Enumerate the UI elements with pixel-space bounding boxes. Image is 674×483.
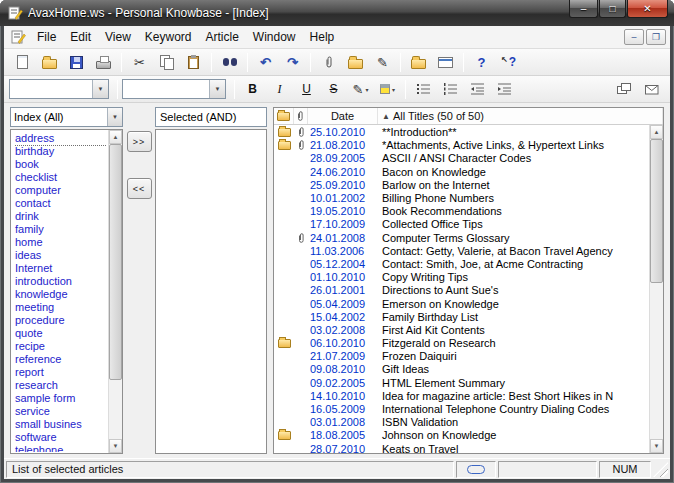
keyword-item[interactable]: book	[14, 158, 107, 171]
titles-column-header[interactable]: ▲ All Titles (50 of 50)	[378, 108, 663, 124]
keyword-item[interactable]: meeting	[14, 301, 107, 314]
keyword-item[interactable]: introduction	[14, 275, 107, 288]
table-row[interactable]: 01.10.2010Copy Writing Tips	[274, 271, 649, 284]
table-row[interactable]: 14.10.2010Idea for magazine article: Bes…	[274, 390, 649, 403]
index-filter-dropdown[interactable]: Index (All) ▼	[10, 107, 123, 127]
keyword-item[interactable]: telephone	[14, 444, 107, 452]
undo-button[interactable]: ↶	[253, 51, 278, 73]
keyword-item[interactable]: small busines	[14, 418, 107, 431]
table-row[interactable]: 24.01.2008Computer Terms Glossary	[274, 232, 649, 245]
keyword-item[interactable]: recipe	[14, 340, 107, 353]
font-combo[interactable]: ▼	[9, 79, 109, 99]
table-row[interactable]: 26.01.2001Directions to Aunt Sue's	[274, 284, 649, 297]
child-minimize-button[interactable]: –	[624, 29, 644, 45]
table-row[interactable]: 09.02.2005HTML Element Summary	[274, 377, 649, 390]
find-button[interactable]	[217, 51, 242, 73]
resize-grip[interactable]	[653, 462, 668, 477]
menu-item[interactable]: Help	[303, 28, 342, 46]
paste-button[interactable]	[181, 51, 206, 73]
menu-item[interactable]: File	[30, 28, 63, 46]
scroll-down-button[interactable]: ▼	[650, 439, 663, 453]
chevron-down-icon[interactable]: ▼	[209, 80, 225, 98]
articles-scrollbar[interactable]: ▲ ▼	[649, 125, 663, 453]
table-row[interactable]: 25.09.2010Barlow on the Internet	[274, 179, 649, 192]
print-button[interactable]	[91, 51, 116, 73]
context-help-button[interactable]: ↖ ?	[496, 51, 521, 73]
table-row[interactable]: 10.01.2002Billing Phone Numbers	[274, 192, 649, 205]
date-column-header[interactable]: Date	[308, 108, 378, 124]
menu-item[interactable]: Keyword	[138, 28, 199, 46]
keyword-item[interactable]: knowledge	[14, 288, 107, 301]
italic-button[interactable]: I	[267, 78, 292, 100]
keyword-item[interactable]: service	[14, 405, 107, 418]
keyword-item[interactable]: computer	[14, 184, 107, 197]
index-card-button[interactable]	[433, 51, 458, 73]
menu-item[interactable]: View	[98, 28, 138, 46]
minimize-button[interactable]: –	[569, 0, 598, 18]
keyword-item[interactable]: reference	[14, 353, 107, 366]
keyword-item[interactable]: home	[14, 236, 107, 249]
attachment-column-header[interactable]	[294, 108, 308, 124]
keyword-item[interactable]: contact	[14, 197, 107, 210]
table-row[interactable]: 28.07.2010Keats on Travel	[274, 443, 649, 454]
file-into-folder-button[interactable]	[343, 51, 368, 73]
remove-keyword-button[interactable]: <<	[127, 178, 152, 199]
scrollbar-track[interactable]	[109, 144, 122, 439]
add-keyword-button[interactable]: >>	[127, 131, 152, 152]
highlight-color-button[interactable]: ▾	[375, 78, 400, 100]
copy-button[interactable]	[154, 51, 179, 73]
table-row[interactable]: 11.03.2006Contact: Getty, Valerie, at Ba…	[274, 245, 649, 258]
save-button[interactable]	[64, 51, 89, 73]
keyword-scrollbar[interactable]: ▲ ▼	[108, 130, 122, 453]
selected-keywords-header[interactable]: Selected (AND)	[155, 107, 267, 127]
keyword-item[interactable]: family	[14, 223, 107, 236]
table-row[interactable]: 06.10.2010Fitzgerald on Research	[274, 337, 649, 350]
scroll-down-button[interactable]: ▼	[109, 439, 122, 453]
keyword-item[interactable]: address	[14, 132, 107, 145]
table-row[interactable]: 18.08.2005Johnson on Knowledge	[274, 429, 649, 442]
table-row[interactable]: 05.12.2004Contact: Smith, Joe, at Acme C…	[274, 258, 649, 271]
underline-button[interactable]: U	[294, 78, 319, 100]
scroll-up-button[interactable]: ▲	[650, 125, 663, 139]
scrollbar-thumb[interactable]	[109, 144, 122, 380]
outdent-button[interactable]	[465, 78, 490, 100]
keyword-item[interactable]: procedure	[14, 314, 107, 327]
table-row[interactable]: 24.06.2010Bacon on Knowledge	[274, 166, 649, 179]
keyword-item[interactable]: drink	[14, 210, 107, 223]
child-document-icon[interactable]	[10, 29, 26, 45]
keyword-folder-button[interactable]	[406, 51, 431, 73]
pen-color-button[interactable]: ✎ ▾	[348, 78, 373, 100]
keyword-item[interactable]: research	[14, 379, 107, 392]
keyword-item[interactable]: sample form	[14, 392, 107, 405]
keyword-item[interactable]: checklist	[14, 171, 107, 184]
table-row[interactable]: 05.04.2009Emerson on Knowledge	[274, 297, 649, 310]
numbered-list-button[interactable]	[438, 78, 463, 100]
new-document-button[interactable]	[10, 51, 35, 73]
indent-button[interactable]	[492, 78, 517, 100]
keyword-item[interactable]: report	[14, 366, 107, 379]
font-size-combo[interactable]: ▼	[122, 79, 226, 99]
keyword-item[interactable]: Internet	[14, 262, 107, 275]
strikethrough-button[interactable]: S	[321, 78, 346, 100]
maximize-button[interactable]: □	[599, 0, 626, 18]
open-file-button[interactable]	[37, 51, 62, 73]
table-row[interactable]: 16.05.2009International Telephone Countr…	[274, 403, 649, 416]
menu-item[interactable]: Article	[199, 28, 246, 46]
cut-button[interactable]: ✂	[127, 51, 152, 73]
menu-item[interactable]: Window	[246, 28, 303, 46]
scroll-up-button[interactable]: ▲	[109, 130, 122, 144]
chevron-down-icon[interactable]: ▼	[107, 108, 122, 126]
keyword-item[interactable]: birthday	[14, 145, 107, 158]
scrollbar-thumb[interactable]	[650, 139, 663, 283]
bullet-list-button[interactable]	[411, 78, 436, 100]
child-restore-button[interactable]: ❐	[646, 29, 666, 45]
selected-keywords-list[interactable]	[155, 129, 267, 454]
article-list-window-button[interactable]	[612, 78, 637, 100]
help-button[interactable]: ?	[469, 51, 494, 73]
table-row[interactable]: 03.02.2008First Aid Kit Contents	[274, 324, 649, 337]
table-row[interactable]: 21.08.2010*Attachments, Active Links, & …	[274, 139, 649, 152]
close-button[interactable]: ✕	[627, 0, 668, 18]
folder-column-header[interactable]	[274, 108, 294, 124]
redo-button[interactable]: ↷	[280, 51, 305, 73]
scrollbar-track[interactable]	[650, 139, 663, 439]
